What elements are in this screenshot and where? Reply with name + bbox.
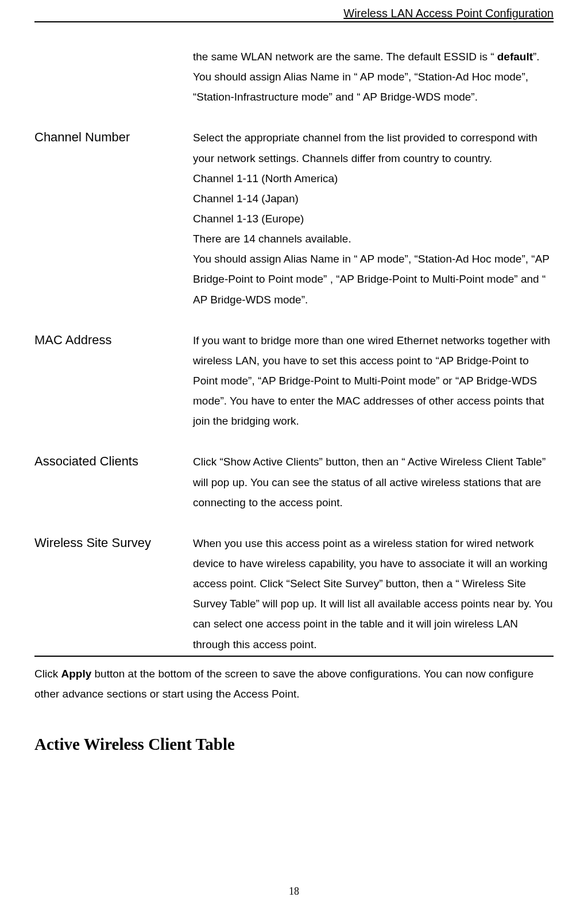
row-description: Click “Show Active Clients” button, then… xyxy=(193,452,554,512)
page-number: 18 xyxy=(0,885,588,898)
page-header: Wireless LAN Access Point Configuration xyxy=(34,0,554,22)
table-row: the same WLAN network are the same. The … xyxy=(34,47,554,107)
footer-text-before: Click xyxy=(34,668,61,680)
row-label: Channel Number xyxy=(34,128,193,309)
table-row: Wireless Site Survey When you use this a… xyxy=(34,533,554,654)
row-description: When you use this access point as a wire… xyxy=(193,533,554,654)
row-description: the same WLAN network are the same. The … xyxy=(193,47,554,107)
table-row: Associated Clients Click “Show Active Cl… xyxy=(34,452,554,512)
desc-text-before: the same WLAN network are the same. The … xyxy=(193,51,497,63)
table-row: Channel Number Select the appropriate ch… xyxy=(34,128,554,309)
desc-text-bold: default xyxy=(497,51,533,63)
row-label xyxy=(34,47,193,107)
footer-text-after: button at the bottom of the screen to sa… xyxy=(34,668,533,700)
table-row: MAC Address If you want to bridge more t… xyxy=(34,330,554,432)
row-label: Associated Clients xyxy=(34,452,193,512)
row-description: If you want to bridge more than one wire… xyxy=(193,330,554,432)
row-label: MAC Address xyxy=(34,330,193,432)
footer-note: Click Apply button at the bottom of the … xyxy=(34,664,554,704)
footer-text-bold: Apply xyxy=(61,668,91,680)
row-description: Select the appropriate channel from the … xyxy=(193,128,554,309)
row-label: Wireless Site Survey xyxy=(34,533,193,654)
definition-table: the same WLAN network are the same. The … xyxy=(34,47,554,657)
section-heading: Active Wireless Client Table xyxy=(34,735,554,754)
